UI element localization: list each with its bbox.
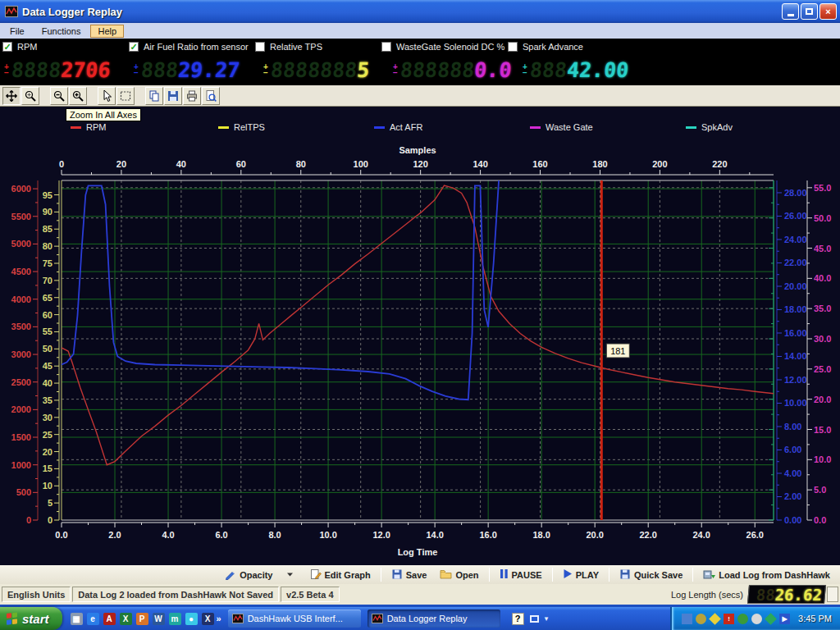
channel-label: Spark Advance — [523, 42, 583, 52]
svg-text:65: 65 — [43, 293, 52, 303]
channel-label: WasteGate Solenoid DC % — [396, 42, 504, 52]
app-icon — [232, 614, 244, 623]
mouse-tray-icon[interactable] — [751, 614, 762, 624]
checkbox-icon: ✓ — [2, 42, 12, 52]
close-button[interactable]: × — [819, 3, 837, 20]
button-edit-graph[interactable]: Edit Graph — [304, 566, 377, 584]
led-digits: 88842.00 — [529, 58, 630, 82]
load-icon — [703, 568, 719, 582]
svg-text:40: 40 — [176, 159, 186, 169]
svg-text:24.0: 24.0 — [693, 530, 710, 540]
button-load-log-from-dashhawk[interactable]: Load Log from DashHawk — [697, 566, 836, 584]
layout-tray-icon[interactable] — [530, 615, 539, 623]
button-open[interactable]: Open — [434, 566, 484, 584]
taskbar-clock: 3:45 PM — [798, 614, 832, 623]
led-digits: 88829.27 — [140, 58, 241, 82]
svg-text:6.00: 6.00 — [784, 445, 801, 454]
copy-button[interactable] — [145, 87, 163, 105]
channel-checkbox-0[interactable]: ✓RPM — [2, 42, 129, 52]
log-length-led: 8826.62 — [747, 585, 826, 604]
caret-icon — [286, 568, 297, 582]
svg-text:8.0: 8.0 — [268, 530, 281, 540]
led-digits: 88888885 — [270, 58, 371, 82]
checkbox-icon — [381, 42, 391, 52]
titlebar: Data Logger Replay × — [0, 0, 840, 23]
pan-button[interactable] — [2, 87, 21, 105]
zoom-dynamic-button[interactable] — [21, 87, 39, 105]
network-tray-icon[interactable] — [682, 614, 692, 624]
svg-text:20.0: 20.0 — [814, 395, 831, 404]
button-label: Opacity — [240, 570, 272, 580]
zoom-in-button[interactable] — [69, 87, 87, 105]
menu-item-functions[interactable]: Functions — [34, 25, 89, 38]
svg-text:40: 40 — [43, 378, 52, 388]
channel-checkbox-4[interactable]: Spark Advance — [508, 42, 634, 52]
app-icon — [372, 614, 383, 623]
button-save[interactable]: Save — [386, 566, 433, 584]
button-quick-save[interactable]: Quick Save — [614, 566, 688, 584]
cursor-sample-label: 181 — [610, 346, 625, 356]
marquee-select-button[interactable] — [116, 87, 135, 105]
task-label: Data Logger Replay — [387, 614, 468, 623]
excel-quicklaunch-icon[interactable]: X — [120, 613, 132, 625]
led-digits: 88882706 — [11, 58, 112, 82]
print-button[interactable] — [183, 87, 201, 105]
security-tray-icon[interactable] — [709, 613, 721, 625]
svg-text:18.00: 18.00 — [784, 304, 807, 314]
menu-item-file[interactable]: File — [2, 25, 32, 38]
button-caret[interactable] — [281, 566, 303, 584]
help-tray-icon[interactable]: ? — [512, 613, 524, 625]
update-tray-icon[interactable] — [737, 614, 748, 624]
button-label: PLAY — [576, 570, 599, 580]
button-pause[interactable]: PAUSE — [494, 566, 548, 583]
channel-checkbox-1[interactable]: ✓Air Fuel Ratio from sensor — [129, 42, 255, 52]
sync-tray-icon[interactable] — [765, 613, 777, 625]
svg-text:10.0: 10.0 — [319, 530, 336, 540]
x-quicklaunch-icon[interactable]: X — [202, 613, 214, 625]
svg-text:30: 30 — [43, 413, 52, 422]
channel-checkbox-2[interactable]: Relative TPS — [255, 42, 381, 52]
chart-plot[interactable]: 0500100015002000250030003500400045005000… — [0, 107, 840, 561]
save-button[interactable] — [164, 87, 182, 105]
alert-tray-icon[interactable]: ! — [724, 614, 734, 624]
svg-text:35: 35 — [43, 395, 52, 405]
svg-text:10.0: 10.0 — [814, 454, 831, 464]
svg-text:3500: 3500 — [11, 322, 31, 331]
deskband-caret-icon[interactable]: ▾ — [545, 614, 549, 623]
cursor-button[interactable] — [98, 87, 116, 105]
print-preview-button[interactable] — [202, 87, 220, 105]
app-quicklaunch-icon[interactable]: ▦ — [71, 613, 83, 625]
media-tray-icon[interactable]: ▶ — [779, 614, 790, 624]
svg-text:6.0: 6.0 — [215, 530, 227, 540]
volume-tray-icon[interactable] — [696, 614, 706, 624]
channel-label: Air Fuel Ratio from sensor — [144, 42, 249, 52]
channel-checkbox-3[interactable]: WasteGate Solenoid DC % — [381, 42, 508, 52]
floppy-icon — [391, 568, 406, 582]
word-quicklaunch-icon[interactable]: W — [153, 613, 165, 625]
acrobat-quicklaunch-icon[interactable]: A — [103, 613, 116, 625]
task-button-1[interactable]: Data Logger Replay — [368, 609, 500, 628]
messenger-quicklaunch-icon[interactable]: ● — [185, 613, 198, 625]
svg-text:2.0: 2.0 — [108, 530, 121, 540]
maximize-button[interactable] — [801, 3, 818, 20]
folder-icon — [440, 568, 455, 582]
zoom-out-button[interactable] — [50, 87, 68, 105]
task-button-0[interactable]: DashHawk USB Interf... — [228, 609, 361, 628]
svg-text:80: 80 — [43, 241, 52, 251]
svg-text:20: 20 — [43, 447, 52, 457]
led-display-1: +−88829.27 — [134, 58, 259, 82]
button-play[interactable]: PLAY — [557, 566, 605, 583]
button-opacity[interactable]: Opacity — [219, 566, 278, 584]
start-button[interactable]: start — [0, 607, 62, 630]
svg-text:45.0: 45.0 — [814, 244, 831, 253]
msn-quicklaunch-icon[interactable]: m — [169, 613, 181, 625]
ie-quicklaunch-icon[interactable]: e — [87, 613, 99, 625]
toolbar-tooltip: Zoom In All Axes — [66, 108, 141, 121]
publisher-quicklaunch-icon[interactable]: P — [136, 613, 148, 625]
copy-icon — [148, 89, 161, 103]
svg-text:3000: 3000 — [11, 349, 31, 359]
plus-minus-icon: +− — [134, 64, 139, 75]
svg-text:16.0: 16.0 — [479, 530, 496, 540]
minimize-button[interactable] — [782, 3, 799, 20]
menu-item-help[interactable]: Help — [90, 25, 124, 38]
